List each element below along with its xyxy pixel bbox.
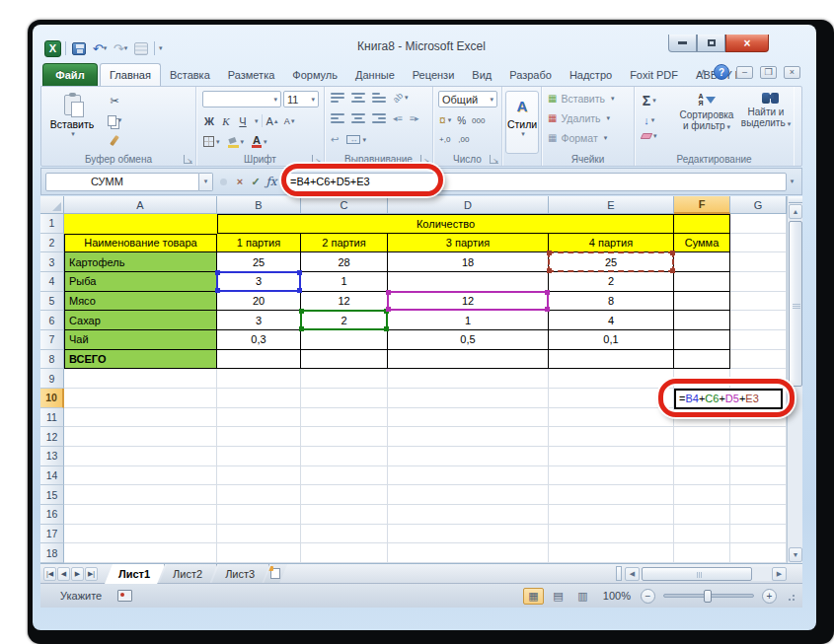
tab-developer[interactable]: Разрабо [500,63,561,86]
cell-F4[interactable] [674,272,730,292]
horizontal-scroll-thumb[interactable] [642,567,752,581]
tab-page-layout[interactable]: Разметка [219,63,284,86]
column-header-C[interactable]: C [301,196,388,214]
decrease-decimal-button[interactable]: ,00 [457,134,470,145]
wrap-text-button[interactable]: ↩ [330,133,340,146]
number-dialog-launcher[interactable]: ↘ [490,155,498,164]
formula-input[interactable]: =B4+C6+D5+E3 [284,173,787,191]
sheet-tab-2[interactable]: Лист2 [159,564,217,584]
cell-B3[interactable]: 25 [217,252,301,272]
resize-grip[interactable] [785,591,795,601]
percent-format-button[interactable]: % [456,114,467,127]
macro-record-icon[interactable] [117,590,132,602]
horizontal-scrollbar[interactable]: ◀ ▶ [616,566,787,581]
cell-D2[interactable]: 3 партия [388,234,549,253]
row-header-6[interactable]: 6 [40,311,64,330]
cell-C2[interactable]: 2 партия [301,234,388,253]
cell-A2[interactable]: Наименование товара [64,234,217,253]
increase-decimal-button[interactable]: +,0 [438,134,451,145]
next-sheet-button[interactable]: ▶ [71,567,84,581]
tab-home[interactable]: Главная [100,63,161,86]
spreadsheet-grid[interactable]: ABCDEFG123456789101112131415161718Количе… [40,196,787,563]
row-header-7[interactable]: 7 [40,330,64,350]
cell-B1[interactable]: Количество [217,214,674,234]
decrease-indent-button[interactable]: ◂≡ [392,112,404,124]
column-header-G[interactable]: G [730,196,787,214]
align-middle-button[interactable] [350,92,366,104]
tab-foxit[interactable]: Foxit PDF [621,63,687,86]
row-header-13[interactable]: 13 [40,447,64,466]
shrink-font-button[interactable]: А▼ [283,113,297,128]
cell-E7[interactable]: 0,1 [549,330,674,350]
tab-data[interactable]: Данные [346,63,404,86]
tab-insert[interactable]: Вставка [161,63,219,86]
cell-E4[interactable]: 2 [549,272,674,292]
cell-C5[interactable]: 12 [301,292,388,312]
zoom-level[interactable]: 100% [603,590,631,602]
cell-B5[interactable]: 20 [217,292,301,312]
cell-F7[interactable] [674,330,730,350]
font-dialog-launcher[interactable]: ↘ [312,155,321,164]
underline-button[interactable]: Ч [236,113,250,128]
orientation-button[interactable]: ab▾ [392,92,410,104]
row-header-14[interactable]: 14 [40,466,64,486]
cell-F2[interactable]: Сумма [674,234,730,253]
first-sheet-button[interactable]: |◀ [43,567,56,581]
minimize-button[interactable] [668,35,697,52]
page-layout-view-button[interactable]: ▤ [548,588,569,605]
last-sheet-button[interactable]: ▶| [85,567,98,581]
tab-file[interactable]: Файл [42,63,98,86]
row-header-10[interactable]: 10 [40,389,64,408]
zoom-out-button[interactable]: − [641,589,655,604]
column-header-A[interactable]: A [64,196,217,214]
align-top-button[interactable] [330,92,345,104]
cell-B2[interactable]: 1 партия [217,234,301,253]
cell-E2[interactable]: 4 партия [549,234,674,253]
comma-format-button[interactable]: 000 [471,115,486,126]
align-left-button[interactable] [330,112,345,124]
row-header-11[interactable]: 11 [40,408,64,428]
align-bottom-button[interactable] [371,92,387,104]
find-select-button[interactable]: Найти ивыделить▾ [741,93,791,129]
alignment-dialog-launcher[interactable]: ↘ [420,155,429,164]
align-right-button[interactable] [371,112,387,124]
grow-font-button[interactable]: А▲ [265,113,280,128]
column-header-E[interactable]: E [549,196,674,214]
cell-E5[interactable]: 8 [549,292,674,312]
column-header-D[interactable]: D [388,196,549,214]
cell-D4[interactable] [388,272,549,292]
delete-cells-button[interactable]: ▦ Удалить ▾ [548,112,610,124]
number-format-combo[interactable]: Общий▾ [438,91,497,107]
row-header-18[interactable]: 18 [40,543,64,563]
column-header-F[interactable]: F [674,196,730,214]
select-all-corner[interactable] [40,196,64,214]
row-header-8[interactable]: 8 [40,350,64,370]
tab-view[interactable]: Вид [463,63,500,86]
edit-cell-F10[interactable]: =B4+C6+D5+E3 [674,389,783,409]
scroll-left-button[interactable]: ◀ [625,567,640,581]
row-header-2[interactable]: 2 [40,234,64,253]
cell-A3[interactable]: Картофель [64,252,217,272]
zoom-in-button[interactable]: + [762,589,777,604]
cell-B8[interactable] [217,350,301,370]
cell-A5[interactable]: Мясо [64,292,217,312]
normal-view-button[interactable]: ▦ [523,588,544,605]
workbook-restore-button[interactable]: ❒ [760,66,777,79]
autosum-button[interactable]: Σ▾ [641,92,658,109]
cell-F3[interactable] [674,252,730,272]
row-header-5[interactable]: 5 [40,292,64,312]
zoom-slider[interactable] [663,594,754,598]
scroll-right-button[interactable]: ▶ [772,567,787,581]
insert-function-button[interactable]: ƒx [264,173,279,190]
row-header-3[interactable]: 3 [40,252,64,272]
zoom-slider-thumb[interactable] [704,590,712,603]
cell-C8[interactable] [301,350,388,370]
styles-button[interactable]: А Стили ▾ [505,91,539,154]
row-header-9[interactable]: 9 [40,369,64,389]
confirm-entry-button[interactable]: ✓ [248,173,264,190]
cell-F5[interactable] [674,292,730,312]
cell-A6[interactable]: Сахар [64,311,217,330]
paste-button[interactable]: Вставить ▾ [49,91,95,154]
vertical-split-handle[interactable] [789,196,802,203]
tab-review[interactable]: Рецензи [404,63,464,86]
